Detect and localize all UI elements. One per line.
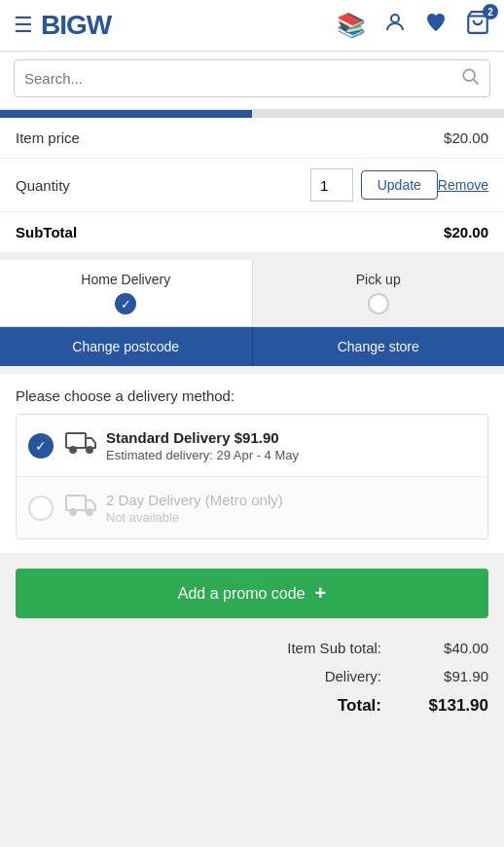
standard-delivery-radio: ✓ (28, 433, 54, 459)
home-delivery-label: Home Delivery (81, 272, 170, 287)
search-input-wrapper (14, 59, 490, 97)
svg-point-8 (70, 509, 76, 515)
item-subtotal-label: Item Sub total: (287, 640, 381, 656)
item-subtotal-value: $40.00 (420, 640, 488, 656)
change-store-button[interactable]: Change store (252, 327, 505, 366)
svg-point-6 (87, 447, 92, 453)
standard-delivery-text: Standard Delivery $91.90 Estimated deliv… (106, 429, 299, 462)
svg-point-0 (391, 15, 399, 22)
two-day-delivery-title: 2 Day Delivery (Metro only) (106, 492, 283, 508)
two-day-delivery-radio (28, 496, 54, 521)
tabs-actions: Change postcode Change store (0, 327, 504, 366)
svg-point-5 (70, 447, 76, 453)
pickup-label: Pick up (356, 272, 401, 287)
header: ☰ BIGW 📚 2 (0, 0, 504, 52)
item-price-row: Item price $20.00 (0, 118, 504, 159)
subtotal-label: SubTotal (16, 224, 77, 240)
svg-rect-7 (66, 496, 86, 510)
remove-button[interactable]: Remove (438, 177, 488, 193)
truck-disabled-icon (65, 491, 96, 525)
total-label: Total: (338, 696, 381, 716)
subtotal-row: SubTotal $20.00 (0, 212, 504, 252)
search-bar (0, 52, 504, 110)
promo-section: Add a promo code + (0, 553, 504, 626)
promo-plus-icon: + (315, 582, 327, 605)
total-value: $131.90 (420, 696, 488, 716)
update-button[interactable]: Update (361, 170, 438, 200)
promo-code-button[interactable]: Add a promo code + (16, 569, 488, 618)
progress-bar-area (0, 110, 504, 118)
delivery-options-box: ✓ Standard Delivery $91.90 Estimated del… (16, 414, 488, 539)
cart-icon[interactable]: 2 (465, 10, 490, 41)
search-icon[interactable] (460, 66, 480, 91)
logo: BIGW (41, 10, 337, 41)
svg-point-2 (463, 69, 475, 81)
delivery-total-row: Delivery: $91.90 (16, 662, 488, 690)
quantity-row: Quantity Update Remove (0, 159, 504, 212)
pickup-radio (368, 293, 389, 314)
standard-delivery-option[interactable]: ✓ Standard Delivery $91.90 Estimated del… (17, 415, 487, 477)
cart-badge: 2 (483, 4, 498, 19)
quantity-label: Quantity (16, 177, 310, 194)
svg-point-9 (87, 509, 92, 515)
check-icon: ✓ (121, 297, 131, 312)
promo-label: Add a promo code (178, 585, 306, 603)
two-day-delivery-subtitle: Not available (106, 510, 283, 525)
truck-icon (65, 428, 96, 462)
header-icons: 📚 2 (337, 10, 490, 41)
delivery-tabs: Home Delivery ✓ Pick up Change postcode … (0, 260, 504, 366)
change-postcode-button[interactable]: Change postcode (0, 327, 252, 366)
item-subtotal-row: Item Sub total: $40.00 (16, 634, 488, 662)
totals-section: Item Sub total: $40.00 Delivery: $91.90 … (0, 626, 504, 737)
quantity-input[interactable] (310, 168, 353, 202)
hamburger-icon[interactable]: ☰ (14, 13, 33, 38)
delivery-method-title: Please choose a delivery method: (16, 387, 488, 404)
standard-delivery-title: Standard Delivery $91.90 (106, 429, 299, 446)
book-icon[interactable]: 📚 (337, 12, 366, 39)
grand-total-row: Total: $131.90 (16, 690, 488, 721)
delivery-value: $91.90 (420, 668, 488, 684)
two-day-delivery-text: 2 Day Delivery (Metro only) Not availabl… (106, 492, 283, 525)
subtotal-value: $20.00 (444, 224, 488, 240)
standard-delivery-subtitle: Estimated delivery: 29 Apr - 4 May (106, 448, 299, 462)
progress-bar-fill (0, 110, 252, 118)
pickup-tab[interactable]: Pick up (252, 260, 505, 326)
check-icon: ✓ (35, 438, 47, 454)
cart-section: Item price $20.00 Quantity Update Remove… (0, 110, 504, 252)
search-input[interactable] (24, 70, 460, 87)
home-delivery-tab[interactable]: Home Delivery ✓ (0, 260, 252, 326)
two-day-delivery-option[interactable]: 2 Day Delivery (Metro only) Not availabl… (17, 477, 487, 538)
svg-rect-4 (66, 433, 86, 448)
heart-icon[interactable] (424, 11, 448, 40)
tabs-header: Home Delivery ✓ Pick up (0, 260, 504, 327)
home-delivery-radio: ✓ (115, 293, 136, 314)
item-price-value: $20.00 (444, 129, 488, 146)
delivery-method-section: Please choose a delivery method: ✓ Stand… (0, 374, 504, 553)
svg-line-3 (474, 80, 479, 85)
delivery-label: Delivery: (325, 668, 381, 684)
item-price-label: Item price (16, 129, 80, 146)
user-icon[interactable] (383, 11, 407, 40)
